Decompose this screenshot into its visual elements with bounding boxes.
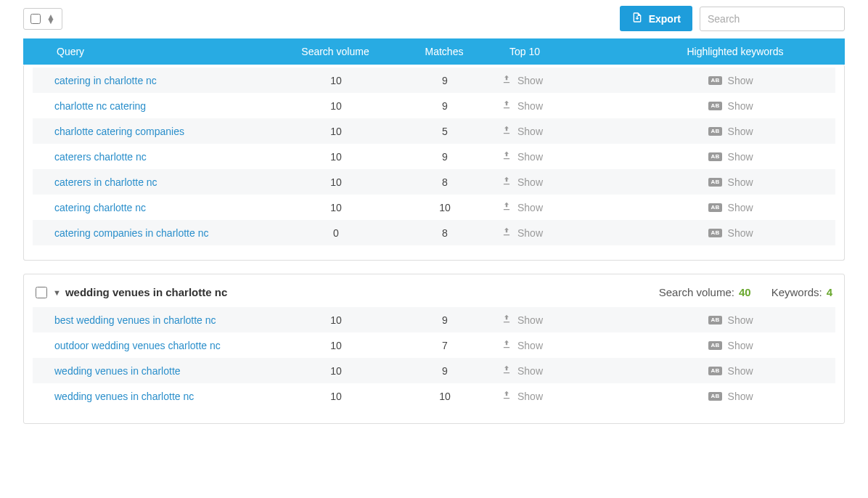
table-row: wedding venues in charlotte nc1010ShowAB… bbox=[33, 383, 835, 409]
top10-show-button[interactable]: Show bbox=[501, 74, 543, 86]
group-volume-label: Search volume:40 bbox=[659, 286, 751, 298]
matches-cell: 7 bbox=[394, 340, 496, 351]
table-row: outdoor wedding venues charlotte nc107Sh… bbox=[33, 332, 835, 358]
upload-icon bbox=[501, 99, 512, 112]
query-link[interactable]: wedding venues in charlotte bbox=[33, 365, 278, 377]
group-rows: best wedding venues in charlotte nc109Sh… bbox=[33, 307, 835, 409]
group-header: ▼wedding venues in charlotte ncSearch vo… bbox=[33, 274, 835, 307]
top10-show-button[interactable]: Show bbox=[501, 364, 543, 377]
volume-cell: 10 bbox=[278, 100, 394, 112]
query-link[interactable]: charlotte nc catering bbox=[33, 100, 278, 112]
volume-cell: 0 bbox=[278, 227, 394, 239]
volume-cell: 10 bbox=[278, 202, 394, 213]
highlighted-show-button[interactable]: ABShow bbox=[708, 227, 753, 239]
col-header-query[interactable]: Query bbox=[23, 46, 277, 57]
query-link[interactable]: caterers charlotte nc bbox=[33, 151, 278, 163]
top10-show-button[interactable]: Show bbox=[501, 226, 543, 239]
ab-badge-icon: AB bbox=[708, 76, 721, 85]
highlighted-show-button[interactable]: ABShow bbox=[708, 126, 753, 137]
ab-badge-icon: AB bbox=[708, 229, 721, 237]
upload-icon bbox=[501, 390, 512, 402]
volume-cell: 10 bbox=[278, 75, 394, 86]
upload-icon bbox=[501, 176, 512, 188]
ab-badge-icon: AB bbox=[708, 367, 721, 375]
matches-cell: 10 bbox=[394, 202, 496, 213]
highlighted-show-button[interactable]: ABShow bbox=[708, 391, 753, 402]
highlighted-show-button[interactable]: ABShow bbox=[708, 176, 753, 188]
table-row: charlotte catering companies105ShowABSho… bbox=[33, 118, 835, 144]
group-title: wedding venues in charlotte nc bbox=[65, 286, 227, 298]
bulk-select-checkbox[interactable] bbox=[30, 14, 41, 24]
matches-cell: 9 bbox=[394, 151, 496, 163]
table-row: catering in charlotte nc109ShowABShow bbox=[33, 68, 835, 93]
top10-show-button[interactable]: Show bbox=[501, 390, 543, 402]
ab-badge-icon: AB bbox=[708, 316, 721, 324]
upload-icon bbox=[501, 125, 512, 137]
ab-badge-icon: AB bbox=[708, 392, 721, 401]
col-header-highlighted[interactable]: Highlighted keywords bbox=[626, 46, 845, 57]
search-input[interactable] bbox=[700, 7, 845, 31]
top10-show-button[interactable]: Show bbox=[501, 150, 543, 163]
upload-icon bbox=[501, 74, 512, 86]
group-rows: catering in charlotte nc109ShowABShowcha… bbox=[33, 68, 835, 245]
top10-show-button[interactable]: Show bbox=[501, 314, 543, 326]
group-panel: catering in charlotte nc109ShowABShowcha… bbox=[23, 65, 845, 261]
ab-badge-icon: AB bbox=[708, 152, 721, 161]
query-link[interactable]: caterers in charlotte nc bbox=[33, 176, 278, 188]
highlighted-show-button[interactable]: ABShow bbox=[708, 340, 753, 351]
highlighted-show-button[interactable]: ABShow bbox=[708, 151, 753, 163]
volume-cell: 10 bbox=[278, 340, 394, 351]
volume-cell: 10 bbox=[278, 151, 394, 163]
query-link[interactable]: charlotte catering companies bbox=[33, 126, 278, 137]
col-header-volume[interactable]: Search volume bbox=[277, 46, 393, 57]
query-link[interactable]: outdoor wedding venues charlotte nc bbox=[33, 340, 278, 351]
top10-show-button[interactable]: Show bbox=[501, 125, 543, 137]
upload-icon bbox=[501, 201, 512, 213]
table-row: best wedding venues in charlotte nc109Sh… bbox=[33, 307, 835, 332]
upload-icon bbox=[501, 339, 512, 351]
highlighted-show-button[interactable]: ABShow bbox=[708, 75, 753, 86]
group-checkbox[interactable] bbox=[36, 287, 47, 298]
ab-badge-icon: AB bbox=[708, 178, 721, 187]
group-panel: ▼wedding venues in charlotte ncSearch vo… bbox=[23, 274, 845, 424]
collapse-caret-icon[interactable]: ▼ bbox=[53, 288, 61, 297]
highlighted-show-button[interactable]: ABShow bbox=[708, 314, 753, 326]
matches-cell: 9 bbox=[394, 100, 496, 112]
upload-icon bbox=[501, 150, 512, 163]
table-row: charlotte nc catering109ShowABShow bbox=[33, 93, 835, 118]
upload-icon bbox=[501, 364, 512, 377]
top10-show-button[interactable]: Show bbox=[501, 99, 543, 112]
top10-show-button[interactable]: Show bbox=[501, 176, 543, 188]
matches-cell: 9 bbox=[394, 314, 496, 326]
ab-badge-icon: AB bbox=[708, 102, 721, 110]
ab-badge-icon: AB bbox=[708, 127, 721, 136]
sort-caret-icon: ▲▼ bbox=[46, 15, 55, 23]
query-link[interactable]: best wedding venues in charlotte nc bbox=[33, 314, 278, 326]
export-button[interactable]: Export bbox=[620, 6, 692, 31]
highlighted-show-button[interactable]: ABShow bbox=[708, 100, 753, 112]
top10-show-button[interactable]: Show bbox=[501, 201, 543, 213]
volume-cell: 10 bbox=[278, 391, 394, 402]
bulk-select-dropdown[interactable]: ▲▼ bbox=[23, 8, 62, 30]
query-link[interactable]: catering companies in charlotte nc bbox=[33, 227, 278, 239]
ab-badge-icon: AB bbox=[708, 341, 721, 350]
highlighted-show-button[interactable]: ABShow bbox=[708, 202, 753, 213]
table-row: catering companies in charlotte nc08Show… bbox=[33, 220, 835, 245]
volume-cell: 10 bbox=[278, 314, 394, 326]
matches-cell: 5 bbox=[394, 126, 496, 137]
query-link[interactable]: catering in charlotte nc bbox=[33, 75, 278, 86]
volume-cell: 10 bbox=[278, 365, 394, 377]
col-header-top10[interactable]: Top 10 bbox=[495, 46, 626, 57]
table-row: caterers in charlotte nc108ShowABShow bbox=[33, 169, 835, 195]
matches-cell: 8 bbox=[394, 176, 496, 188]
query-link[interactable]: catering charlotte nc bbox=[33, 202, 278, 213]
matches-cell: 8 bbox=[394, 227, 496, 239]
table-row: wedding venues in charlotte109ShowABShow bbox=[33, 358, 835, 383]
col-header-matches[interactable]: Matches bbox=[393, 46, 495, 57]
volume-cell: 10 bbox=[278, 126, 394, 137]
matches-cell: 9 bbox=[394, 365, 496, 377]
query-link[interactable]: wedding venues in charlotte nc bbox=[33, 391, 278, 402]
upload-icon bbox=[501, 226, 512, 239]
highlighted-show-button[interactable]: ABShow bbox=[708, 365, 753, 377]
top10-show-button[interactable]: Show bbox=[501, 339, 543, 351]
